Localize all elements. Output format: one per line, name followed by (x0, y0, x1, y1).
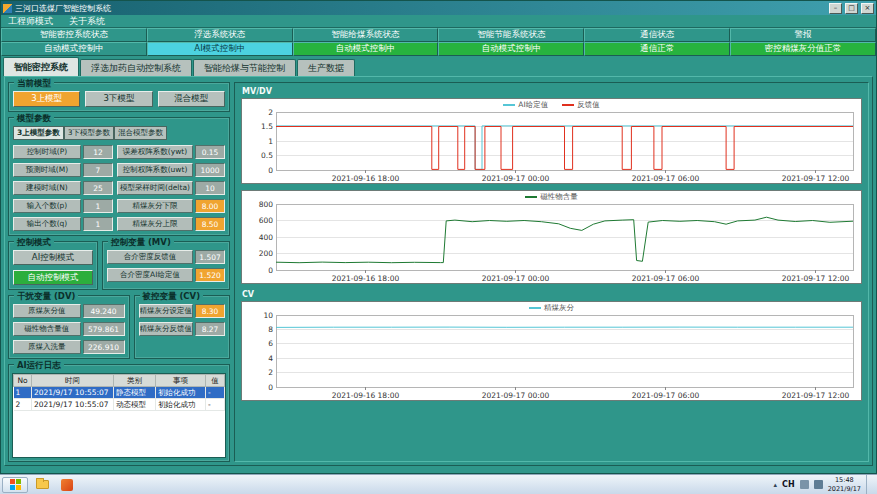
param-control-weight: 控制权阵系数(uwt) 1000 (117, 163, 225, 177)
show-desktop-button[interactable] (866, 475, 872, 494)
legend-entry: 反馈值 (562, 100, 600, 110)
status-value-energy-save: 自动模式控制中 (438, 42, 584, 56)
tab-coal-feed-energy-control[interactable]: 智能给煤与节能控制 (193, 59, 296, 76)
cv-group: 被控变量 (CV) 精煤灰分设定值 8.30 精煤灰分反馈值 8.27 (134, 295, 231, 359)
auto-control-mode-button[interactable]: 自动控制模式 (13, 270, 93, 285)
field-value: 579.861 (83, 322, 125, 336)
field-value[interactable]: 1.520 (195, 268, 225, 282)
log-cell-value: - (206, 399, 225, 411)
folder-icon (36, 480, 49, 489)
log-cell-type: 静态模型 (114, 387, 156, 399)
log-cell-time: 2021/9/17 10:55:07 (32, 399, 114, 411)
minimize-button[interactable]: – (829, 3, 842, 14)
field-value[interactable]: 1000 (195, 163, 225, 177)
status-value-dense-control: 自动模式控制中 (1, 42, 147, 56)
status-value-flotation: AI模式控制中 (147, 42, 293, 56)
mv-group-title: 控制变量 (MV) (108, 237, 174, 249)
chart-svg: 02004006008002021-09-16 18:002021-09-17 … (242, 191, 861, 283)
legend-line-swatch (503, 104, 515, 106)
model-mixed-button[interactable]: 混合模型 (158, 91, 225, 107)
field-label: 合介密度反馈值 (107, 250, 193, 264)
dv-group-title: 干扰变量 (DV) (14, 291, 78, 303)
field-value[interactable]: 8.00 (195, 199, 225, 213)
tab-flotation-dosing-system[interactable]: 浮选加药自动控制系统 (80, 59, 192, 76)
field-label: 磁性物含量值 (13, 322, 81, 336)
field-value: 226.910 (83, 340, 125, 354)
svg-text:400: 400 (259, 233, 274, 242)
clock-date: 2021/9/17 (828, 485, 861, 493)
ai-log-group: AI运行日志 No 时间 类别 事项 值 (8, 364, 230, 462)
legend-line-swatch (529, 307, 541, 309)
close-button[interactable]: × (861, 3, 874, 14)
ai-control-mode-button[interactable]: AI控制模式 (13, 250, 93, 265)
model-params-tab-strip: 3上模型参数 3下模型参数 混合模型参数 (13, 126, 225, 140)
status-value-alarm: 密控精煤灰分值正常 (730, 42, 876, 56)
field-label: 精煤灰分反馈值 (139, 322, 194, 336)
param-tab-3down[interactable]: 3下模型参数 (64, 126, 114, 140)
tray-volume-icon[interactable] (814, 480, 823, 489)
field-value[interactable]: 1 (83, 199, 113, 213)
tab-dense-control-system[interactable]: 智能密控系统 (3, 57, 79, 76)
tab-production-data[interactable]: 生产数据 (297, 59, 355, 76)
field-value[interactable]: 8.30 (195, 304, 225, 318)
menu-engineer-mode[interactable]: 工程师模式 (8, 15, 53, 28)
menu-about-system[interactable]: 关于系统 (69, 15, 105, 28)
svg-text:200: 200 (259, 249, 274, 258)
param-error-weight: 误差权阵系数(ywt) 0.15 (117, 145, 225, 159)
ai-log-group-title: AI运行日志 (14, 360, 64, 372)
log-cell-value: - (206, 387, 225, 399)
app-window: 三河口选煤厂智能控制系统 – □ × 工程师模式 关于系统 智能密控系统状态 浮… (0, 0, 877, 474)
ai-log-table-container[interactable]: No 时间 类别 事项 值 1 2021/9/17 10:55:07 (12, 373, 226, 458)
menubar: 工程师模式 关于系统 (1, 15, 876, 28)
field-value[interactable]: 25 (83, 181, 113, 195)
cv-ash-setpoint: 精煤灰分设定值 8.30 (139, 304, 226, 318)
chart-svg: 02468102021-09-16 18:002021-09-17 00:002… (242, 302, 861, 400)
input-language-indicator[interactable]: CH (782, 480, 795, 489)
chart-mv-setpoint-feedback: 00.511.522021-09-16 18:002021-09-17 00:0… (241, 98, 862, 184)
system-status-bar: 智能密控系统状态 浮选系统状态 智能给煤系统状态 智能节能系统状态 通信状态 警… (1, 28, 876, 56)
model-3up-button[interactable]: 3上模型 (13, 91, 80, 107)
field-label: 建模时域(N) (13, 181, 81, 195)
field-value: 49.240 (83, 304, 125, 318)
cv-group-title: 被控变量 (CV) (140, 291, 204, 303)
field-value[interactable]: 0.15 (195, 145, 225, 159)
explorer-taskbar-button[interactable] (31, 477, 53, 493)
param-output-count: 输出个数(q) 1 (13, 217, 113, 231)
field-value[interactable]: 7 (83, 163, 113, 177)
log-cell-time: 2021/9/17 10:55:07 (32, 387, 114, 399)
svg-text:2: 2 (268, 368, 273, 377)
field-value[interactable]: 10 (195, 181, 225, 195)
svg-text:8: 8 (268, 325, 273, 334)
field-label: 合介密度AI给定值 (107, 268, 193, 282)
legend-entry: 磁性物含量 (525, 192, 578, 202)
field-value[interactable]: 1 (83, 217, 113, 231)
maximize-button[interactable]: □ (845, 3, 858, 14)
app-taskbar-button[interactable] (56, 477, 78, 493)
param-tab-3up[interactable]: 3上模型参数 (13, 126, 64, 140)
dense-control-page: 当前模型 3上模型 3下模型 混合模型 模型参数 3上模型参数 3下模型参数 混… (4, 76, 873, 466)
start-button[interactable] (2, 477, 28, 493)
hidden-icons-arrow[interactable]: ▴ (774, 481, 778, 489)
svg-text:2021-09-17 12:00: 2021-09-17 12:00 (782, 391, 850, 400)
field-label: 控制权阵系数(uwt) (117, 163, 193, 177)
log-row-2[interactable]: 2 2021/9/17 10:55:07 动态模型 初始化成功 - (14, 399, 225, 411)
param-tab-mixed[interactable]: 混合模型参数 (114, 126, 167, 140)
model-3down-button[interactable]: 3下模型 (85, 91, 152, 107)
cv-section-label: CV (242, 290, 862, 299)
tray-network-icon[interactable] (800, 480, 809, 489)
field-value[interactable]: 12 (83, 145, 113, 159)
taskbar-clock[interactable]: 15:48 2021/9/17 (828, 476, 861, 493)
legend-line-swatch (562, 104, 574, 106)
log-cell-type: 动态模型 (114, 399, 156, 411)
field-value: 8.27 (195, 322, 225, 336)
field-value[interactable]: 8.50 (195, 217, 225, 231)
chart-legend: AI给定值反馈值 (242, 100, 861, 110)
field-label: 精煤灰分设定值 (139, 304, 194, 318)
titlebar: 三河口选煤厂智能控制系统 – □ × (1, 1, 876, 15)
log-row-1[interactable]: 1 2021/9/17 10:55:07 静态模型 初始化成功 - (14, 387, 225, 399)
window-icon (3, 4, 12, 13)
status-label-alarm: 警报 (730, 28, 876, 42)
dv-raw-coal-ash: 原煤灰分值 49.240 (13, 304, 125, 318)
clock-time: 15:48 (828, 476, 861, 484)
svg-text:2021-09-16 18:00: 2021-09-16 18:00 (332, 391, 400, 400)
